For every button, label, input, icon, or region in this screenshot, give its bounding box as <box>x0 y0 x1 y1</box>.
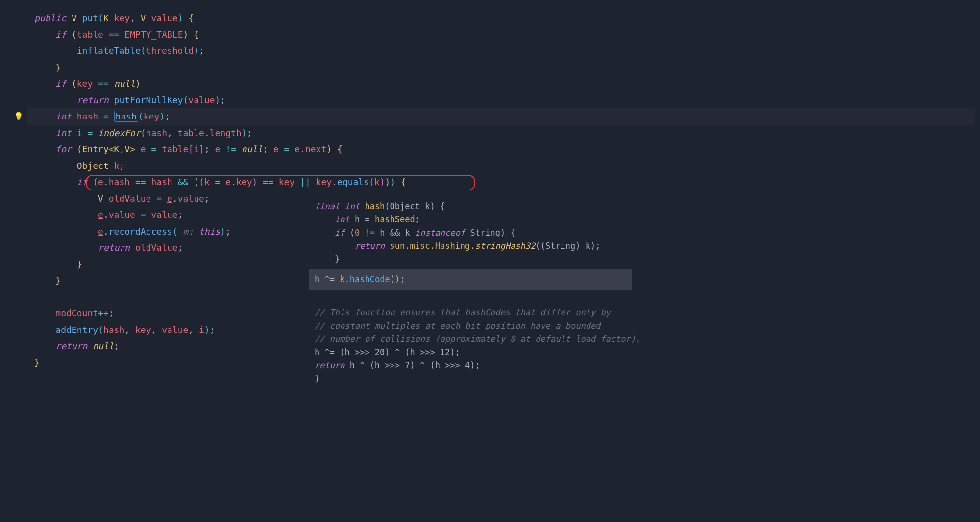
ident-length: length <box>210 128 242 138</box>
type-Object: Object <box>77 161 109 171</box>
ident-k: k <box>114 161 120 171</box>
ident-table: table <box>178 128 204 138</box>
popup-method-hash: hash <box>365 201 385 211</box>
popup-line: int h = hashSeed; <box>309 213 632 226</box>
ident-key: key <box>77 78 93 89</box>
ident-modCount: modCount <box>55 308 98 318</box>
method-addEntry: addEntry <box>55 325 98 335</box>
keyword-null: null <box>114 78 135 89</box>
method-recordAccess: recordAccess <box>109 226 172 237</box>
ident-value: value <box>188 95 215 105</box>
op-inc: ++ <box>98 308 109 318</box>
code-line[interactable]: int i = indexFor(hash, table.length); <box>5 125 975 142</box>
type-Entry: Entry <box>82 144 109 154</box>
ident-empty-table: EMPTY_TABLE <box>124 29 183 40</box>
keyword-for: for <box>55 144 72 154</box>
code-line[interactable]: for (Entry<K,V> e = table[i]; e != null;… <box>5 141 975 158</box>
ident-table: table <box>77 29 103 40</box>
code-line[interactable]: return putForNullKey(value); <box>5 92 975 109</box>
popup-line: if (0 != h && k instanceof String) { <box>309 226 632 239</box>
popup-comment: // constant multiples at each bit positi… <box>309 319 632 332</box>
code-line-active[interactable]: int hash = hash(key); <box>5 108 975 125</box>
popup-comment: // This function ensures that hashCodes … <box>309 306 632 319</box>
ident-threshold: threshold <box>146 46 194 56</box>
popup-line: return h ^ (h >>> 7) ^ (h >>> 4); <box>309 359 632 372</box>
popup-line: } <box>309 372 632 385</box>
popup-line: } <box>309 253 632 266</box>
keyword-return: return <box>77 95 109 105</box>
code-editor[interactable]: 💡 public V put(K key, V value) { if (tab… <box>5 5 975 389</box>
ident-i: i <box>77 128 82 138</box>
popup-line: return sun.misc.Hashing.stringHash32((St… <box>309 239 632 253</box>
keyword-public: public <box>34 13 66 23</box>
code-line[interactable]: Object k; <box>5 158 975 174</box>
ident-value: value <box>151 13 178 23</box>
ident-hash: hash <box>77 111 98 121</box>
method-putForNullKey: putForNullKey <box>114 95 183 105</box>
keyword-int: int <box>55 128 72 138</box>
method-hash[interactable]: hash <box>114 111 138 122</box>
brace: { <box>188 13 194 23</box>
code-line[interactable]: inflateTable(threshold); <box>5 43 975 59</box>
op-neq: != <box>225 144 236 154</box>
popup-line: final int hash(Object k) { <box>309 200 632 213</box>
quick-definition-popup[interactable]: final int hash(Object k) { int h = hashS… <box>309 200 632 385</box>
ident-key: key <box>114 13 130 23</box>
code-line[interactable]: } <box>5 59 975 76</box>
code-line[interactable]: public V put(K key, V value) { <box>5 10 975 26</box>
op-or: || <box>300 177 311 187</box>
method-inflateTable: inflateTable <box>77 46 141 56</box>
paren: ( <box>98 13 103 23</box>
param-hint: m: <box>183 226 194 237</box>
op-eq: == <box>109 29 120 40</box>
op-eq: == <box>98 78 109 89</box>
code-line[interactable]: if (table == EMPTY_TABLE) { <box>5 26 975 43</box>
op-and: && <box>178 177 189 187</box>
ident-next: next <box>305 144 326 154</box>
ident-e: e <box>141 144 146 154</box>
ident-oldValue: oldValue <box>109 193 151 204</box>
type-V: V <box>72 13 77 23</box>
popup-highlighted-line: h ^= k.hashCode(); <box>309 269 632 290</box>
method-equals: equals <box>337 177 369 187</box>
code-line[interactable]: if (key == null) <box>5 75 975 92</box>
method-put: put <box>82 13 98 23</box>
keyword-this: this <box>199 226 220 237</box>
intention-bulb-icon[interactable]: 💡 <box>14 112 24 121</box>
method-indexFor: indexFor <box>98 128 141 138</box>
editor-gutter: 💡 <box>5 5 27 389</box>
code-line-circled[interactable]: if (e.hash == hash && ((k = e.key) == ke… <box>5 174 975 190</box>
keyword-int: int <box>55 111 72 121</box>
keyword-if: if <box>55 78 66 89</box>
popup-line <box>309 293 632 306</box>
popup-comment: // number of collisions (approximately 8… <box>309 332 632 346</box>
popup-line: h ^= (h >>> 20) ^ (h >>> 12); <box>309 346 632 359</box>
ident-key: key <box>144 111 160 121</box>
paren: ) <box>178 13 183 23</box>
ident-hash: hash <box>146 128 167 138</box>
keyword-if: if <box>55 29 66 40</box>
type-V: V <box>141 13 146 23</box>
type-K: K <box>103 13 109 23</box>
